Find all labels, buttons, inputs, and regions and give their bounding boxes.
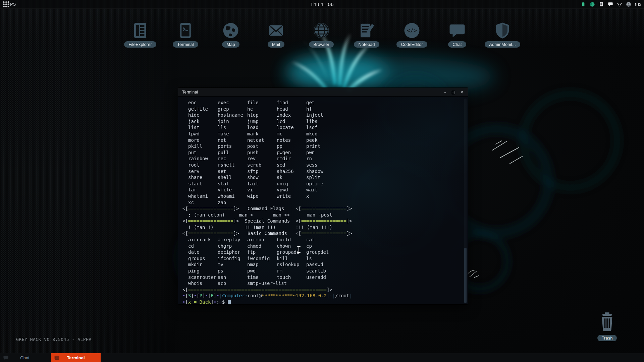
terminal-line: tarvfilevivpwdwait <box>182 187 468 193</box>
scrollbar-thumb[interactable] <box>464 248 467 303</box>
desktop-icon-label: AdminMonit... <box>485 41 520 48</box>
taskbar-item-terminal[interactable]: Terminal <box>51 353 101 362</box>
terminal-line: lpwdmakemarkmcmkcd <box>182 131 468 137</box>
terminal-line: rootrshellscrubsedsess <box>182 162 468 168</box>
terminal-line: startstattailuniquptime <box>182 181 468 187</box>
terminal-line: pkillportspostppprint <box>182 143 468 149</box>
terminal-line: <[======================================… <box>182 287 468 293</box>
terminal-line: datedecipherftpgroupaddgroupdel <box>182 249 468 255</box>
desktop-icon-terminal[interactable]: Terminal <box>165 21 206 48</box>
terminal-window: Terminal – □ × encexecfilefindgetgetfile… <box>178 87 468 305</box>
window-title: Terminal <box>182 90 198 95</box>
top-bar-status-area: tux <box>581 0 641 9</box>
clipboard-icon[interactable] <box>599 2 604 7</box>
terminal-line: ! (man !) !! (man !!) !!! (man !!!) <box>182 224 468 231</box>
app-grid-icon[interactable] <box>3 1 9 7</box>
terminal-line: groupsifconfigiwconfigkillls <box>182 255 468 262</box>
terminal-line: morenetnetcatnotespeek <box>182 137 468 143</box>
terminal-output: encexecfilefindgetgetfilegrephcheadhfhid… <box>182 100 468 305</box>
desktop-icon-row: FileExplorerTerminalMapMailBrowserNotepa… <box>120 21 528 48</box>
desktop-icon-code-editor[interactable]: </>CodeEditor <box>392 21 432 48</box>
chat-icon <box>448 21 467 40</box>
map-icon <box>221 21 240 40</box>
terminal-line: xczap <box>182 199 468 206</box>
terminal-line: listllsloadlocatelsof <box>182 124 468 131</box>
taskbar: ChatTerminal <box>0 353 644 362</box>
scrollbar-track[interactable] <box>464 99 467 303</box>
terminal-line: shareshellshowsksplit <box>182 174 468 181</box>
desktop-icon-admin-monitor[interactable]: AdminMonit... <box>482 21 523 48</box>
desktop-icon-label: CodeEditor <box>396 41 427 48</box>
terminal-line: <[================]> Basic Commands <[==… <box>182 230 468 237</box>
browser-icon <box>312 21 331 40</box>
status-circle-icon[interactable] <box>590 2 595 7</box>
wifi-icon[interactable] <box>617 2 622 7</box>
terminal-line: •[S]•[P]•[R]•|Computer:root@***********~… <box>182 293 468 299</box>
terminal-line: whoisscpsmtp-user-list <box>182 280 468 287</box>
svg-text:</>: </> <box>407 27 417 34</box>
fps-label: PS <box>10 2 16 7</box>
terminal-line: ; (man colon) man > man >> man -post <box>182 212 468 218</box>
desktop-icon-label: FileExplorer <box>124 41 156 48</box>
terminal-title-bar[interactable]: Terminal – □ × <box>178 88 468 97</box>
desktop-icon-label: Browser <box>309 41 334 48</box>
top-bar: PS Thu 11:06 tux <box>0 0 644 9</box>
code-editor-icon: </> <box>402 21 421 40</box>
trash-icon <box>597 311 618 334</box>
terminal-line: pingpspwdrmscanlib <box>182 268 468 274</box>
terminal-line: hidehostnaamehtopindexinject <box>182 112 468 118</box>
taskbar-item-label: Chat <box>20 355 29 360</box>
terminal-line: putpullpushpwgenpwn <box>182 149 468 156</box>
version-text: GREY HACK V0.8.5045 - ALPHA <box>16 337 92 342</box>
maximize-button[interactable]: □ <box>451 90 455 95</box>
username-label[interactable]: tux <box>635 2 641 7</box>
clock: Thu 11:06 <box>310 1 334 7</box>
terminal-icon <box>176 21 195 40</box>
terminal-line: scanroutersshtimetouchuseradd <box>182 274 468 281</box>
terminal-line: <[================]> Command Flags <[===… <box>182 205 468 212</box>
desktop: PS Thu 11:06 tux FileExplorerTerminalMap… <box>0 0 644 362</box>
terminal-line: encexecfilefindget <box>182 100 468 106</box>
taskbar-item-chat[interactable]: Chat <box>0 353 50 362</box>
desktop-icon-chat[interactable]: Chat <box>437 21 477 48</box>
terminal-line: servsetsftpsha256shadow <box>182 168 468 175</box>
desktop-icon-mail[interactable]: Mail <box>256 21 296 48</box>
terminal-line: jackjoinjumplcdlibs <box>182 118 468 125</box>
terminal-line: rainbowrecrevrmdirrn <box>182 156 468 162</box>
terminal-block-cursor <box>228 300 231 305</box>
terminal-line: whatamiwhoamiwipewritex <box>182 193 468 199</box>
desktop-icon-file-explorer[interactable]: FileExplorer <box>120 21 160 48</box>
notepad-icon <box>357 21 376 40</box>
avatar-icon[interactable] <box>626 2 631 7</box>
desktop-icon-label: Chat <box>448 41 466 48</box>
desktop-icon-notepad[interactable]: Notepad <box>346 21 387 48</box>
chat-bubble-icon[interactable] <box>608 2 613 7</box>
wallpaper-dot-texture <box>0 0 188 362</box>
desktop-icon-map[interactable]: Map <box>211 21 251 48</box>
terminal-line: <[================]> Special Commands <[… <box>182 218 468 224</box>
terminal-line: cdchgrpchmodchowncp <box>182 243 468 249</box>
desktop-icon-browser[interactable]: Browser <box>301 21 341 48</box>
trash-label: Trash <box>597 335 617 341</box>
terminal-body[interactable]: encexecfilefindgetgetfilegrephcheadhfhid… <box>178 97 468 305</box>
terminal-line: getfilegrephcheadhf <box>182 106 468 112</box>
taskbar-item-label: Terminal <box>67 355 85 360</box>
desktop-icon-label: Notepad <box>354 41 379 48</box>
desktop-icon-label: Terminal <box>173 41 198 48</box>
terminal-line: mkdirmvnmapnslookuppasswd <box>182 261 468 268</box>
desktop-icon-label: Map <box>222 41 239 48</box>
admin-monitor-icon <box>493 21 512 40</box>
desktop-icon-label: Mail <box>268 41 284 48</box>
terminal-line: •[x = Back]•:~$ <box>182 299 468 305</box>
close-button[interactable]: × <box>460 90 464 95</box>
minimize-button[interactable]: – <box>443 90 447 95</box>
terminal-line: aircrackaireplayairmonbuildcat <box>182 237 468 243</box>
file-explorer-icon <box>131 21 150 40</box>
battery-icon[interactable] <box>581 2 586 7</box>
mail-icon <box>267 21 285 40</box>
trash[interactable]: Trash <box>587 311 627 341</box>
